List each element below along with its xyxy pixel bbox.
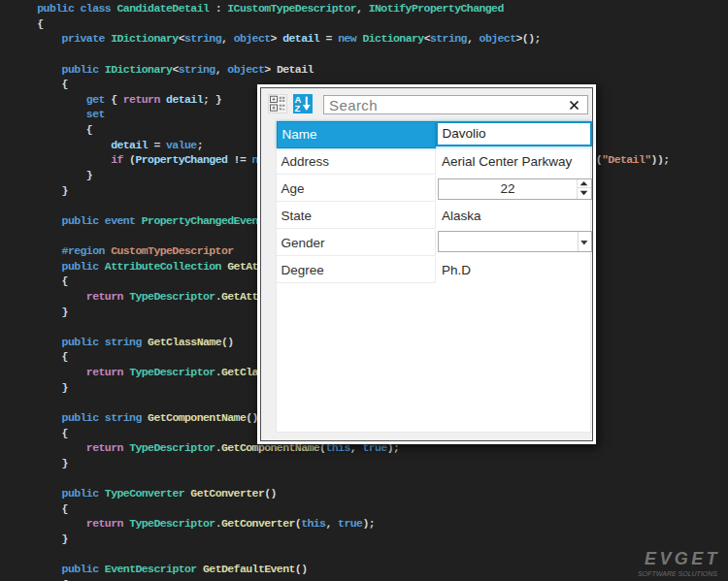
svg-text:Z: Z bbox=[295, 103, 301, 113]
